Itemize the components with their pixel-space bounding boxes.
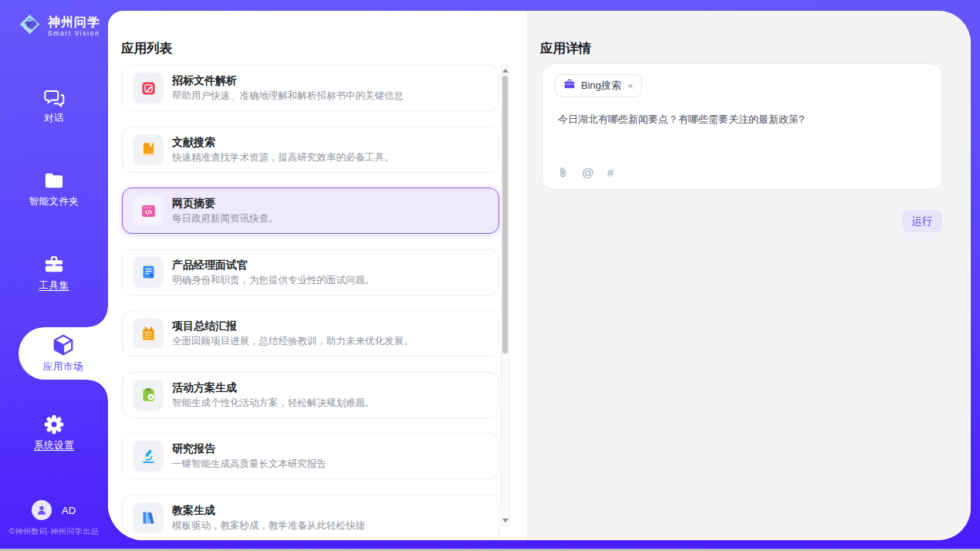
app-name: 研究报告	[172, 441, 326, 455]
notepad-icon	[133, 318, 164, 349]
app-description: 帮助用户快速、准确地理解和解析招标书中的关键信息	[172, 90, 404, 103]
close-icon[interactable]: ×	[627, 81, 634, 91]
app-list-item-活动方案生成[interactable]: 活动方案生成 智能生成个性化活动方案，轻松解决规划难题。	[122, 372, 499, 418]
chat-icon	[44, 87, 65, 108]
app-list-item-研究报告[interactable]: 研究报告 一键智能生成高质量长文本研究报告	[122, 433, 499, 479]
sidebar: 神州问学 Smart Vision 对话 智能文件夹 工具集 应用市场 系统设置…	[0, 0, 108, 549]
tool-chip-bing-search[interactable]: Bing搜索 ×	[555, 74, 642, 97]
app-list-item-网页摘要[interactable]: 网页摘要 每日政府新闻资讯快查。	[122, 188, 499, 234]
cube-icon	[52, 333, 75, 357]
brand-name: 神州问学	[48, 15, 100, 29]
app-list: 招标文件解析 帮助用户快速、准确地理解和解析招标书中的关键信息 文献搜索 快速精…	[122, 65, 499, 540]
sidebar-item-settings[interactable]: 系统设置	[0, 411, 108, 455]
user-row[interactable]: AD	[32, 500, 76, 520]
sidebar-item-tools[interactable]: 工具集	[0, 252, 108, 295]
person-icon	[35, 504, 48, 516]
app-description: 快速精准查找学术资源，提高研究效率的必备工具。	[172, 151, 394, 164]
app-list-item-项目总结汇报[interactable]: 项目总结汇报 全面回顾项目进展，总结经验教训，助力未来优化发展。	[122, 310, 499, 357]
sidebar-item-market[interactable]: 应用市场	[19, 327, 108, 380]
app-list-item-教案生成[interactable]: 教案生成 模板驱动，教案秒成，教学准备从此轻松快捷	[122, 495, 499, 541]
scroll-up-icon[interactable]	[502, 69, 509, 73]
run-button[interactable]: 运行	[902, 210, 942, 232]
app-description: 每日政府新闻资讯快查。	[172, 212, 279, 225]
app-list-panel: 应用列表 招标文件解析 帮助用户快速、准确地理解和解析招标书中的关键信息 文献搜…	[108, 11, 527, 540]
interview-icon	[133, 257, 164, 288]
briefcase-icon	[563, 78, 576, 93]
toolbox-icon	[43, 254, 65, 276]
app-description: 明确身份和职责，为您提供专业性的面试问题。	[172, 274, 375, 287]
sidebar-item-folders[interactable]: 智能文件夹	[0, 167, 108, 211]
sidebar-footer: ©神州数码·神州问学出品	[0, 526, 108, 537]
app-list-item-产品经理面试官[interactable]: 产品经理面试官 明确身份和职责，为您提供专业性的面试问题。	[122, 249, 499, 296]
app-detail-title: 应用详情	[540, 40, 591, 57]
app-name: 活动方案生成	[172, 380, 375, 394]
app-name: 网页摘要	[172, 196, 279, 210]
edit-doc-icon	[133, 73, 164, 103]
books-icon	[133, 502, 164, 533]
prompt-input[interactable]: 今日湖北有哪些新闻要点？有哪些需要关注的最新政策?	[558, 112, 927, 127]
diamond-logo-icon	[18, 12, 42, 39]
app-description: 一键智能生成高质量长文本研究报告	[172, 458, 326, 471]
tool-chip-label: Bing搜索	[581, 79, 621, 93]
attachment-toolbar: @ #	[557, 166, 613, 179]
brand-logo: 神州问学 Smart Vision	[18, 12, 100, 39]
scroll-down-icon[interactable]	[502, 519, 509, 522]
mention-icon[interactable]: @	[582, 167, 594, 179]
app-list-title: 应用列表	[121, 40, 172, 57]
web-code-icon	[133, 195, 164, 226]
folder-icon	[43, 170, 65, 191]
hash-icon[interactable]: #	[607, 167, 614, 179]
book-icon	[133, 134, 164, 165]
app-name: 文献搜索	[172, 135, 394, 149]
app-name: 招标文件解析	[172, 73, 404, 87]
content-area: 应用列表 招标文件解析 帮助用户快速、准确地理解和解析招标书中的关键信息 文献搜…	[108, 11, 971, 540]
app-name: 产品经理面试官	[172, 258, 375, 272]
app-name: 教案生成	[172, 503, 365, 517]
brand-subtitle: Smart Vision	[48, 29, 100, 37]
paperclip-icon[interactable]	[557, 166, 569, 179]
app-description: 全面回顾项目进展，总结经验教训，助力未来优化发展。	[172, 335, 414, 348]
app-name: 项目总结汇报	[172, 319, 414, 333]
gear-icon	[43, 414, 65, 435]
user-name: AD	[62, 505, 76, 516]
scrollbar[interactable]	[501, 65, 509, 526]
scrollbar-thumb[interactable]	[502, 76, 508, 353]
app-description: 模板驱动，教案秒成，教学准备从此轻松快捷	[172, 519, 365, 532]
avatar	[32, 500, 52, 520]
app-description: 智能生成个性化活动方案，轻松解决规划难题。	[172, 397, 375, 410]
sidebar-item-chat[interactable]: 对话	[0, 84, 108, 127]
app-detail-panel: 应用详情 Bing搜索 × 今日湖北有哪些新闻要点？有哪些需要关注的最新政策?	[527, 11, 971, 540]
app-list-item-文献搜索[interactable]: 文献搜索 快速精准查找学术资源，提高研究效率的必备工具。	[122, 127, 499, 173]
prompt-card: Bing搜索 × 今日湖北有哪些新闻要点？有哪些需要关注的最新政策? @ #	[542, 63, 943, 190]
app-list-item-招标文件解析[interactable]: 招标文件解析 帮助用户快速、准确地理解和解析招标书中的关键信息	[122, 65, 499, 111]
app-window: 神州问学 Smart Vision 对话 智能文件夹 工具集 应用市场 系统设置…	[0, 0, 980, 551]
microscope-icon	[133, 441, 164, 472]
clipboard-icon	[133, 380, 164, 411]
